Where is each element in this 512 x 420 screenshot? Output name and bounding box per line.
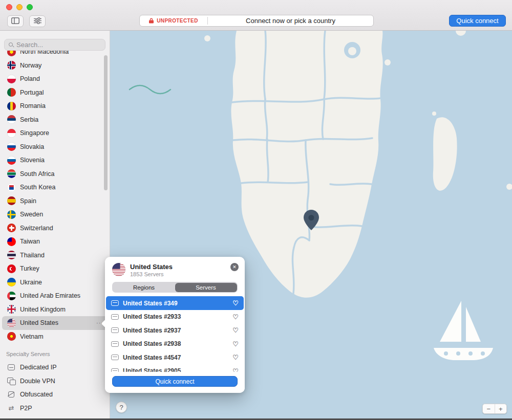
country-label: Spain [20,197,36,205]
switzerland-flag-icon [7,224,16,232]
close-popup-button[interactable]: ✕ [230,263,239,271]
zoom-in-button[interactable]: + [495,404,507,413]
south-africa-flag-icon [7,169,16,178]
search-input[interactable] [16,41,101,49]
app-window: UNPROTECTED Connect now or pick a countr… [0,0,512,420]
country-label: Sweden [20,211,43,218]
sliders-icon [34,17,41,26]
specialty-label: Obfuscated [20,391,53,398]
zoom-window-button[interactable] [27,4,33,10]
popup-quick-connect-button[interactable]: Quick connect [112,376,238,387]
popup-header: United States 1853 Servers ✕ [105,257,245,281]
sidebar-item-taiwan[interactable]: Taiwan [0,235,110,249]
favorite-heart-icon[interactable]: ♡ [232,341,239,347]
sidebar-item-united-states[interactable]: United States··· [2,316,108,330]
country-label: South Africa [20,170,54,178]
zoom-out-button[interactable]: − [483,404,495,413]
sidebar: North MacedoniaNorwayPolandPortugalRoman… [0,31,110,418]
server-row[interactable]: United States #349♡ [106,296,244,310]
slovenia-flag-icon [7,156,16,165]
sidebar-item-united-arab-emirates[interactable]: United Arab Emirates [0,289,110,303]
quick-connect-button[interactable]: Quick connect [449,15,506,27]
sidebar-item-poland[interactable]: Poland [0,72,110,86]
sidebar-item-romania[interactable]: Romania [0,99,110,113]
specialty-servers-header: Specialty Servers [0,343,110,361]
sidebar-item-slovakia[interactable]: Slovakia [0,140,110,154]
country-label: Slovakia [20,143,44,150]
sidebar-item-united-kingdom[interactable]: United Kingdom [0,303,110,317]
poland-flag-icon [7,75,16,83]
country-label: Poland [20,75,40,82]
sidebar-item-serbia[interactable]: Serbia [0,113,110,127]
thailand-flag-icon [7,251,16,259]
server-list: United States #349♡United States #2933♡U… [105,296,245,372]
connection-status-bar[interactable]: UNPROTECTED Connect now or pick a countr… [139,15,374,27]
sidebar-item-portugal[interactable]: Portugal [0,86,110,100]
country-label: United Kingdom [20,306,66,313]
country-label: United States [20,319,58,326]
favorite-heart-icon[interactable]: ♡ [232,314,239,320]
sidebar-item-switzerland[interactable]: Switzerland [0,222,110,235]
sidebar-toggle-icon [11,17,19,26]
server-icon [111,327,119,333]
sidebar-item-thailand[interactable]: Thailand [0,249,110,262]
specialty-label: Double VPN [20,378,55,385]
slovakia-flag-icon [7,142,16,151]
wave-icon [130,85,170,94]
sidebar-item-norway[interactable]: Norway [0,59,110,73]
country-label: United Arab Emirates [20,292,80,299]
popup-country-name: United States [130,263,173,271]
sidebar-item-sweden[interactable]: Sweden [0,208,110,222]
sidebar-item-slovenia[interactable]: Slovenia [0,153,110,167]
sidebar-scrollbar[interactable] [104,55,108,190]
sidebar-item-south-korea[interactable]: South Korea [0,181,110,194]
server-label: United States #349 [123,300,178,307]
sidebar-item-dedicated-ip[interactable]: Dedicated IP [0,361,110,374]
search-field[interactable] [4,39,105,51]
help-button[interactable]: ? [116,402,127,413]
tab-regions[interactable]: Regions [113,283,175,292]
sidebar-item-spain[interactable]: Spain [0,194,110,208]
sidebar-item-singapore[interactable]: Singapore [0,126,110,140]
sidebar-item-obfuscated[interactable]: Obfuscated [0,388,110,402]
server-row[interactable]: United States #4547♡ [105,350,245,364]
server-row[interactable]: United States #2933♡ [105,310,245,324]
toggle-sidebar-button[interactable] [7,15,24,27]
sidebar-item-p2p[interactable]: ⇄P2P [0,402,110,415]
status-badge: UNPROTECTED [157,18,198,24]
double-vpn-icon [7,378,15,385]
map-zoom-control: − + [482,404,507,414]
country-label: Thailand [20,252,45,259]
settings-button[interactable] [29,15,46,27]
country-popup: United States 1853 Servers ✕ Regions Ser… [105,257,245,393]
favorite-heart-icon[interactable]: ♡ [232,300,239,306]
country-list: North MacedoniaNorwayPolandPortugalRoman… [0,45,110,415]
minimize-window-button[interactable] [16,4,23,10]
country-label: Romania [20,102,46,109]
p2p-icon: ⇄ [7,405,15,412]
taiwan-flag-icon [7,237,16,246]
favorite-heart-icon[interactable]: ♡ [232,354,239,361]
specialty-label: Dedicated IP [20,364,57,371]
country-label: Portugal [20,89,44,96]
close-icon: ✕ [232,265,237,270]
status-message: Connect now or pick a country [208,17,373,25]
sidebar-item-south-africa[interactable]: South Africa [0,167,110,181]
sailboat-icon [434,301,493,360]
server-label: United States #2938 [123,340,181,347]
tab-servers[interactable]: Servers [175,283,237,292]
sidebar-item-turkey[interactable]: Turkey [0,262,110,276]
portugal-flag-icon [7,88,16,97]
sidebar-item-double-vpn[interactable]: Double VPN [0,374,110,388]
close-window-button[interactable] [6,4,12,10]
country-label: Singapore [20,129,49,137]
sidebar-item-ukraine[interactable]: Ukraine [0,276,110,290]
lock-icon [149,16,154,26]
server-icon [111,341,119,347]
server-row[interactable]: United States #2937♡ [105,323,245,337]
sidebar-item-vietnam[interactable]: Vietnam [0,330,110,344]
server-row[interactable]: United States #2938♡ [105,337,245,351]
favorite-heart-icon[interactable]: ♡ [232,327,239,334]
search-backdrop [0,31,110,39]
server-label: United States #2937 [123,327,181,334]
